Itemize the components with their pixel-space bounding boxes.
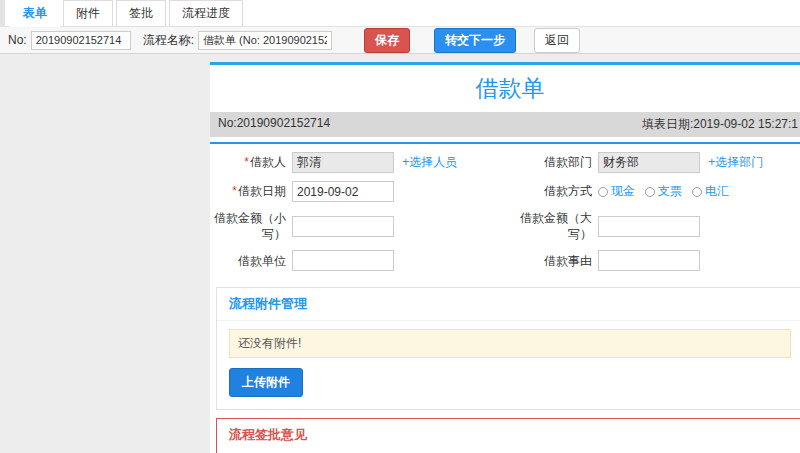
- loan-unit-label: 借款单位: [214, 253, 292, 269]
- dept-input[interactable]: [598, 152, 700, 173]
- amount-upper-input[interactable]: [598, 216, 700, 237]
- tab-process-progress[interactable]: 流程进度: [169, 0, 243, 27]
- doc-info-bar: No:20190902152714 填表日期:2019-09-02 15:27:…: [210, 112, 800, 137]
- tab-form[interactable]: 表单: [10, 0, 60, 27]
- select-dept-link[interactable]: +选择部门: [708, 155, 763, 169]
- loan-unit-field: [292, 250, 510, 271]
- borrower-field: +选择人员: [292, 152, 510, 173]
- back-button[interactable]: 返回: [534, 28, 580, 53]
- method-option-cash[interactable]: 现金: [598, 183, 635, 200]
- amount-lower-input[interactable]: [292, 216, 394, 237]
- tab-attachments[interactable]: 附件: [63, 0, 113, 27]
- radio-icon: [598, 187, 608, 197]
- amount-upper-field: [598, 216, 800, 237]
- loan-reason-field: [598, 250, 800, 271]
- required-mark: *: [232, 184, 237, 198]
- loan-reason-label: 借款事由: [510, 253, 598, 269]
- form-panel: 借款单 No:20190902152714 填表日期:2019-09-02 15…: [210, 62, 800, 453]
- method-option-wire[interactable]: 电汇: [692, 183, 729, 200]
- left-edge-strip: [0, 0, 5, 27]
- loan-method-label: 借款方式: [510, 183, 598, 199]
- attachments-section: 流程附件管理 还没有附件! 上传附件: [216, 287, 800, 410]
- approval-section-title: 流程签批意见: [217, 419, 800, 451]
- amount-lower-label: 借款金额（小写）: [214, 210, 292, 242]
- doc-no-text: No:20190902152714: [218, 116, 330, 133]
- loan-date-input[interactable]: [292, 181, 394, 202]
- loan-date-label: *借款日期: [214, 183, 292, 199]
- attachments-section-title: 流程附件管理: [217, 288, 800, 321]
- tab-approval[interactable]: 签批: [116, 0, 166, 27]
- loan-unit-input[interactable]: [292, 250, 394, 271]
- method-option-check[interactable]: 支票: [645, 183, 682, 200]
- select-person-link[interactable]: +选择人员: [402, 155, 457, 169]
- amount-upper-label: 借款金额（大写）: [510, 210, 598, 242]
- toolbar: No: 流程名称: 保存 转交下一步 返回: [0, 27, 800, 54]
- page-title: 借款单: [210, 65, 800, 112]
- process-name-label: 流程名称:: [143, 32, 194, 49]
- top-tab-bar: 表单 附件 签批 流程进度: [0, 0, 800, 27]
- dept-label: 借款部门: [510, 154, 598, 170]
- approval-section: 流程签批意见 B I abc A A ∞ ⚑ ≣ ≡ « » — ” 样式: [216, 418, 800, 453]
- loan-form: *借款人 +选择人员 借款部门 +选择部门 *借款日期 借款方式: [210, 142, 800, 279]
- upload-attachment-button[interactable]: 上传附件: [229, 368, 303, 397]
- borrower-input[interactable]: [292, 152, 394, 173]
- dept-field: +选择部门: [598, 152, 800, 173]
- borrower-label: *借款人: [214, 154, 292, 170]
- save-button[interactable]: 保存: [364, 28, 410, 53]
- process-name-input[interactable]: [198, 31, 332, 50]
- no-input[interactable]: [31, 31, 131, 50]
- required-mark: *: [244, 155, 249, 169]
- doc-date-text: 填表日期:2019-09-02 15:27:1: [642, 116, 798, 133]
- loan-date-field: [292, 181, 510, 202]
- radio-icon: [645, 187, 655, 197]
- next-step-button[interactable]: 转交下一步: [434, 28, 516, 53]
- amount-lower-field: [292, 216, 510, 237]
- loan-reason-input[interactable]: [598, 250, 700, 271]
- no-attachments-alert: 还没有附件!: [229, 329, 791, 358]
- radio-icon: [692, 187, 702, 197]
- loan-method-field: 现金 支票 电汇: [598, 183, 800, 200]
- no-label: No:: [8, 33, 27, 47]
